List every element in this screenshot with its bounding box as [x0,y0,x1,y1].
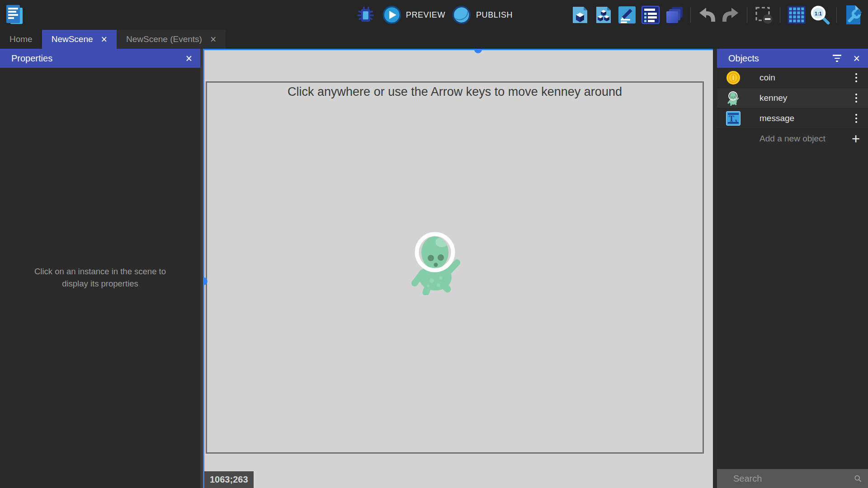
add-object-button[interactable]: Add a new object + [717,129,868,149]
add-object-label: Add a new object [760,134,826,144]
close-icon[interactable]: × [185,53,192,64]
top-toolbar: PREVIEW PUBLISH [0,0,868,30]
instances-list-glyph [641,5,660,25]
toolbar-separator [747,7,747,23]
grid-glyph [787,5,807,25]
tab-newscene-events-label: NewScene (Events) [126,34,202,44]
gdevelop-window: PREVIEW PUBLISH [0,0,868,488]
clear-selection-icon[interactable] [753,5,774,25]
publish-button[interactable]: PUBLISH [452,5,513,25]
tab-newscene-label: NewScene [52,34,93,44]
tab-home[interactable]: Home [0,30,42,49]
toolbar-center-group: PREVIEW PUBLISH [355,0,513,30]
object-row-coin[interactable]: coin [717,68,868,88]
object-menu-kebab-icon[interactable] [852,91,861,106]
objects-panel-empty-space [717,149,868,469]
project-manager-glyph [4,3,25,27]
svg-text:T: T [729,114,734,123]
objects-search-bar [717,469,868,488]
selection-handle-top[interactable] [474,49,482,53]
zoom-ratio-label: 1:1 [815,11,822,16]
main-area: Properties × Click on an instance in the… [0,49,868,488]
properties-panel-header: Properties × [0,49,200,68]
selection-border-left [203,49,204,488]
redo-arrow-glyph [721,5,741,25]
close-icon[interactable]: × [101,34,107,45]
debug-glyph [355,5,376,25]
editor-tab-bar: Home NewScene × NewScene (Events) × [0,30,868,49]
debug-icon[interactable] [355,5,376,25]
objects-search-input[interactable] [732,473,854,484]
objects-panel: Objects × coin [717,49,868,488]
properties-panel: Properties × Click on an instance in the… [0,49,200,488]
tab-home-label: Home [9,34,33,44]
object-groups-glyph [594,5,613,25]
toolbar-separator [836,7,837,23]
properties-panel-body: Click on an instance in the scene to dis… [0,68,200,488]
redo-icon[interactable] [720,5,741,25]
project-manager-icon[interactable] [4,3,25,27]
objects-list: coin [717,68,868,129]
object-name: message [760,113,852,123]
object-menu-kebab-icon[interactable] [852,70,861,85]
toolbar-separator [690,7,691,23]
toolbar-separator [780,7,780,23]
selection-border-top [203,49,713,50]
coin-icon [726,70,741,85]
kenney-sprite[interactable] [409,228,463,295]
properties-panel-title: Properties [11,53,52,64]
instances-list-icon[interactable] [640,5,661,25]
grid-icon[interactable] [786,5,807,25]
scene-canvas[interactable]: Click anywhere or use the Arrow keys to … [203,49,713,488]
object-row-kenney[interactable]: kenney [717,88,868,108]
plus-icon[interactable]: + [852,132,860,146]
text-object-icon: T x [726,111,741,126]
object-row-message[interactable]: T x message [717,108,868,129]
zoom-ratio-icon[interactable]: 1:1 [810,5,830,25]
clear-selection-glyph [754,5,774,25]
preview-button[interactable]: PREVIEW [382,5,445,24]
filter-icon[interactable] [833,55,841,62]
close-icon[interactable]: × [853,53,860,64]
svg-text:x: x [735,117,738,123]
cursor-position-badge: 1063;263 [204,471,254,488]
preview-label: PREVIEW [406,10,445,20]
zoom-magnifier-glyph: 1:1 [810,5,830,25]
properties-empty-message: Click on an instance in the scene to dis… [22,266,179,290]
tab-newscene[interactable]: NewScene × [42,30,117,49]
properties-panel-icon[interactable] [617,5,637,25]
close-icon[interactable]: × [210,34,216,45]
search-icon [854,473,862,484]
object-name: coin [760,73,852,83]
properties-pencil-glyph [617,5,637,25]
publish-sphere-icon [452,5,472,25]
publish-label: PUBLISH [476,10,513,20]
scene-properties-wrench-glyph [843,5,863,25]
object-groups-editor-icon[interactable] [593,5,614,25]
objects-editor-glyph [570,5,590,25]
objects-editor-icon[interactable] [570,5,590,25]
undo-arrow-glyph [697,5,717,25]
layers-editor-icon[interactable] [664,5,684,25]
scene-properties-icon[interactable] [843,5,863,25]
object-name: kenney [760,93,852,103]
objects-panel-header: Objects × [717,49,868,68]
kenney-icon [726,91,741,105]
preview-play-icon [382,5,401,24]
panel-resize-handle-right[interactable] [713,49,717,488]
undo-icon[interactable] [697,5,717,25]
toolbar-right-group: 1:1 [570,0,863,30]
scene-hint-text: Click anywhere or use the Arrow keys to … [207,85,703,99]
layers-glyph [664,5,684,25]
tab-newscene-events[interactable]: NewScene (Events) × [117,30,226,49]
object-menu-kebab-icon[interactable] [852,111,861,126]
objects-panel-title: Objects [728,53,759,64]
